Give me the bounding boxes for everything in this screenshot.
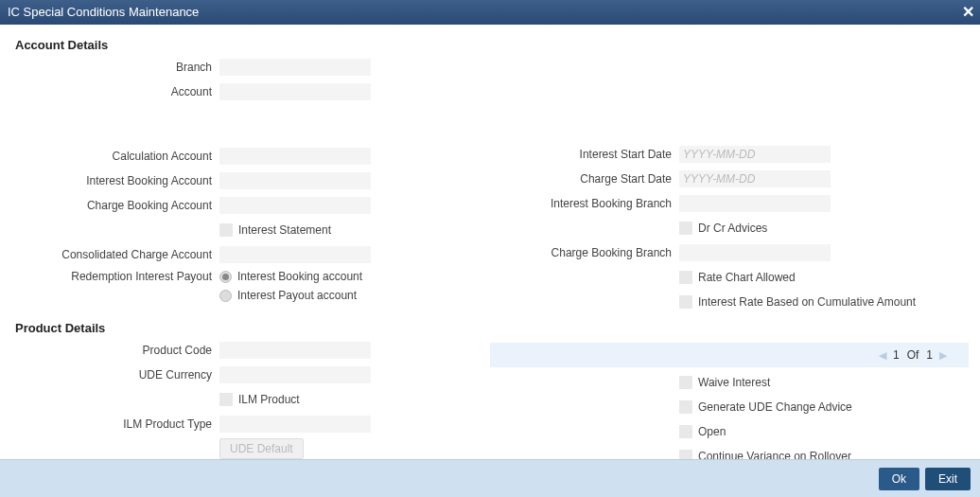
branch-label: Branch <box>11 61 219 74</box>
ok-button[interactable]: Ok <box>879 468 919 490</box>
rate-cumulative-label: Interest Rate Based on Cumulative Amount <box>698 295 916 309</box>
chg-book-branch-label: Charge Booking Branch <box>490 246 679 259</box>
redemption-radio-booking[interactable] <box>219 271 232 283</box>
cont-variance-checkbox[interactable] <box>679 450 692 459</box>
gen-ude-advice-checkbox[interactable] <box>679 400 692 414</box>
account-details-heading: Account Details <box>15 38 969 52</box>
int-book-branch-label: Interest Booking Branch <box>490 197 679 210</box>
account-label: Account <box>11 85 219 98</box>
chg-book-account-input[interactable] <box>219 197 371 214</box>
rate-cumulative-checkbox[interactable] <box>679 295 692 309</box>
redemption-radio-payout-label: Interest Payout account <box>237 289 357 302</box>
redemption-radio-payout[interactable] <box>219 290 232 302</box>
redemption-radio-booking-label: Interest Booking account <box>237 270 362 283</box>
rate-chart-checkbox[interactable] <box>679 271 692 284</box>
dr-cr-advices-checkbox[interactable] <box>679 222 692 235</box>
waive-interest-checkbox[interactable] <box>679 376 692 389</box>
cont-variance-label: Continue Variance on Rollover <box>698 450 851 459</box>
pager-bar: ◀ 1 Of 1 ▶ <box>490 343 969 367</box>
int-book-branch-input[interactable] <box>679 195 831 212</box>
interest-statement-label: Interest Statement <box>238 223 331 237</box>
ilm-product-label: ILM Product <box>238 393 300 406</box>
pager-next-icon[interactable]: ▶ <box>939 349 947 362</box>
interest-start-label: Interest Start Date <box>490 148 679 161</box>
product-code-input[interactable] <box>219 342 371 359</box>
account-input[interactable] <box>219 83 371 100</box>
window-title: IC Special Conditions Maintenance <box>8 5 199 19</box>
interest-start-input[interactable] <box>679 146 831 163</box>
interest-statement-checkbox[interactable] <box>219 223 233 237</box>
close-icon[interactable]: ✕ <box>962 0 974 25</box>
rate-chart-label: Rate Chart Allowed <box>698 271 796 284</box>
ilm-product-type-label: ILM Product Type <box>11 417 219 431</box>
waive-interest-label: Waive Interest <box>698 376 770 389</box>
redemption-payout-label: Redemption Interest Payout <box>11 268 219 283</box>
pager-of: Of <box>907 348 919 362</box>
open-label: Open <box>698 425 726 438</box>
gen-ude-advice-label: Generate UDE Change Advice <box>698 400 852 414</box>
int-book-account-label: Interest Booking Account <box>11 174 219 187</box>
titlebar: IC Special Conditions Maintenance ✕ <box>0 0 980 25</box>
chg-book-account-label: Charge Booking Account <box>11 199 219 212</box>
ude-currency-label: UDE Currency <box>11 368 219 382</box>
exit-button[interactable]: Exit <box>925 468 971 490</box>
ilm-product-type-input[interactable] <box>219 416 371 433</box>
content-area: Account Details Branch Account Calculati… <box>0 25 980 459</box>
charge-start-label: Charge Start Date <box>490 172 679 186</box>
branch-input[interactable] <box>219 59 371 76</box>
calc-account-input[interactable] <box>219 148 371 165</box>
product-details-heading: Product Details <box>15 321 969 335</box>
product-code-label: Product Code <box>11 344 219 357</box>
chg-book-branch-input[interactable] <box>679 244 831 261</box>
dr-cr-advices-label: Dr Cr Advices <box>698 222 767 235</box>
ude-currency-input[interactable] <box>219 366 371 383</box>
charge-start-input[interactable] <box>679 170 831 187</box>
pager-first-icon[interactable]: ◀ <box>879 349 886 362</box>
footer: Ok Exit <box>0 459 980 497</box>
int-book-account-input[interactable] <box>219 172 371 189</box>
open-checkbox[interactable] <box>679 425 692 438</box>
cons-charge-account-label: Consolidated Charge Account <box>11 248 219 261</box>
calc-account-label: Calculation Account <box>11 150 219 163</box>
ude-default-button: UDE Default <box>219 438 304 459</box>
pager-current: 1 <box>893 348 900 362</box>
ilm-product-checkbox[interactable] <box>219 393 233 406</box>
pager-total: 1 <box>926 348 933 362</box>
cons-charge-account-input[interactable] <box>219 246 371 263</box>
